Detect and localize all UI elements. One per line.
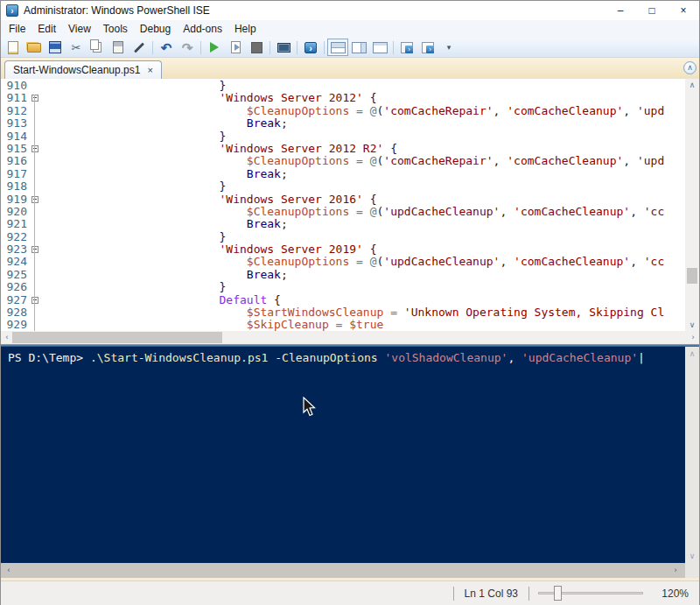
copy-button[interactable] bbox=[87, 39, 108, 56]
overflow-button[interactable] bbox=[438, 39, 459, 56]
console-vertical-scrollbar[interactable]: ∧ ∨ bbox=[685, 347, 699, 563]
new-script-button[interactable] bbox=[3, 39, 24, 56]
menu-item-file[interactable]: File bbox=[3, 20, 32, 38]
script-pane-maximized-button[interactable] bbox=[369, 39, 390, 56]
close-button[interactable]: × bbox=[668, 1, 699, 20]
fold-toggle[interactable] bbox=[30, 193, 41, 206]
code-token: 'comCacheCleanup' bbox=[507, 155, 623, 167]
cut-button[interactable] bbox=[66, 39, 87, 56]
editor-vscroll-thumb[interactable] bbox=[687, 268, 697, 284]
scroll-down-icon[interactable]: ∨ bbox=[686, 319, 698, 331]
code-line[interactable]: 926 } bbox=[1, 281, 685, 293]
clear-console-button[interactable] bbox=[129, 39, 150, 56]
fold-toggle[interactable] bbox=[30, 92, 41, 104]
run-selection-button[interactable] bbox=[225, 39, 246, 56]
redo-button[interactable] bbox=[177, 39, 198, 56]
code-line[interactable]: 914 } bbox=[1, 130, 685, 143]
console-scroll-down-icon[interactable]: ∨ bbox=[686, 550, 698, 562]
menu-item-view[interactable]: View bbox=[62, 20, 97, 38]
code-line[interactable]: 919 'Windows Server 2016' { bbox=[1, 193, 685, 206]
paste-button[interactable] bbox=[108, 39, 129, 56]
run-script-button[interactable] bbox=[204, 39, 225, 56]
code-line[interactable]: 924 $CleanupOptions = @('updCacheCleanup… bbox=[1, 256, 685, 268]
code-line[interactable]: 921 Break; bbox=[1, 218, 685, 230]
code-line[interactable]: 910 } bbox=[1, 80, 685, 92]
text-cursor: | bbox=[638, 351, 645, 364]
code-line[interactable]: 928 $StartWindowsCleanup = 'Unknown Oper… bbox=[1, 306, 685, 319]
code-line[interactable]: 923 'Windows Server 2019' { bbox=[1, 243, 685, 256]
code-token: @ bbox=[370, 155, 377, 167]
code-token bbox=[41, 206, 247, 218]
code-token: } bbox=[41, 281, 226, 293]
editor-vertical-scrollbar[interactable]: ∧ ∨ bbox=[685, 79, 699, 331]
code-line[interactable]: 913 Break; bbox=[1, 117, 685, 130]
zoom-level-label: 120% bbox=[652, 587, 689, 600]
code-line[interactable]: 917 Break; bbox=[1, 168, 685, 180]
scroll-up-icon[interactable]: ∧ bbox=[686, 79, 698, 91]
fold-toggle[interactable] bbox=[30, 143, 41, 155]
line-number: 924 bbox=[1, 256, 30, 268]
menu-item-tools[interactable]: Tools bbox=[97, 20, 134, 38]
script-pane-maximized-icon bbox=[373, 42, 388, 53]
zoom-slider-handle[interactable] bbox=[554, 586, 562, 601]
minimize-button[interactable]: – bbox=[605, 1, 636, 20]
editor-horizontal-scrollbar[interactable]: ‹ › bbox=[1, 331, 699, 344]
code-line[interactable]: 929 $SkipCleanup = $true bbox=[1, 319, 685, 331]
fold-toggle[interactable] bbox=[30, 243, 41, 256]
code-line[interactable]: 927 Default { bbox=[1, 294, 685, 306]
open-script-button[interactable] bbox=[24, 39, 45, 56]
code-token: = bbox=[349, 256, 369, 268]
fold-gutter bbox=[30, 155, 41, 167]
redo-icon bbox=[182, 41, 193, 54]
console-scroll-right-icon[interactable]: › bbox=[669, 564, 682, 576]
line-number: 918 bbox=[1, 180, 30, 193]
code-line[interactable]: 916 $CleanupOptions = @('comCacheRepair'… bbox=[1, 155, 685, 167]
code-line[interactable]: 911 'Windows Server 2012' { bbox=[1, 92, 685, 104]
scroll-right-icon[interactable]: › bbox=[687, 331, 699, 343]
new-powershell-tab-button[interactable] bbox=[396, 39, 417, 56]
start-powershell-button[interactable] bbox=[300, 39, 321, 56]
console-horizontal-scrollbar[interactable]: ‹ › bbox=[1, 563, 699, 578]
menu-item-help[interactable]: Help bbox=[228, 20, 262, 38]
fold-gutter bbox=[30, 256, 41, 268]
code-line[interactable]: 915 'Windows Server 2012 R2' { bbox=[1, 143, 685, 155]
code-token bbox=[41, 294, 220, 306]
console-input-line[interactable]: PS D:\Temp> .\Start-WindowsCleanup.ps1 -… bbox=[1, 347, 699, 364]
undo-button[interactable] bbox=[156, 39, 177, 56]
script-pane-top-button[interactable] bbox=[327, 39, 348, 56]
code-text: } bbox=[41, 231, 685, 243]
expand-script-pane-button[interactable] bbox=[683, 61, 696, 74]
stop-operation-button[interactable] bbox=[246, 39, 267, 56]
fold-toggle[interactable] bbox=[30, 294, 41, 306]
toolbar-separator bbox=[324, 41, 325, 54]
code-token bbox=[41, 243, 220, 256]
tab-close-icon[interactable]: × bbox=[147, 66, 152, 75]
code-line[interactable]: 920 $CleanupOptions = @('updCacheCleanup… bbox=[1, 206, 685, 218]
cut-icon bbox=[72, 41, 81, 54]
script-pane-right-button[interactable] bbox=[348, 39, 369, 56]
new-remote-powershell-tab-button[interactable] bbox=[273, 39, 294, 56]
code-token: { bbox=[363, 92, 377, 104]
menu-item-debug[interactable]: Debug bbox=[134, 20, 177, 38]
code-token: } bbox=[41, 231, 226, 243]
menu-item-edit[interactable]: Edit bbox=[32, 20, 62, 38]
line-number: 928 bbox=[1, 306, 30, 319]
powershell-tab-button[interactable] bbox=[417, 39, 438, 56]
scroll-left-icon[interactable]: ‹ bbox=[1, 331, 13, 343]
script-editor-pane[interactable]: 910 }911 'Windows Server 2012' {912 $Cle… bbox=[1, 79, 699, 344]
zoom-slider[interactable] bbox=[538, 586, 643, 601]
code-line[interactable]: 912 $CleanupOptions = @('comCacheRepair'… bbox=[1, 105, 685, 117]
maximize-button[interactable]: □ bbox=[636, 1, 668, 20]
code-line[interactable]: 918 } bbox=[1, 180, 685, 193]
code-token: , bbox=[494, 155, 508, 167]
editor-hscroll-thumb[interactable] bbox=[12, 332, 222, 343]
tab-start-windowscleanup[interactable]: Start-WindowsCleanup.ps1 × bbox=[4, 60, 162, 79]
save-script-button[interactable] bbox=[45, 39, 66, 56]
console-scroll-left-icon[interactable]: ‹ bbox=[3, 564, 15, 576]
menu-item-add-ons[interactable]: Add-ons bbox=[177, 20, 228, 38]
console-scroll-up-icon[interactable]: ∧ bbox=[686, 348, 698, 360]
fold-gutter bbox=[30, 130, 41, 143]
code-line[interactable]: 925 Break; bbox=[1, 269, 685, 281]
console-pane[interactable]: PS D:\Temp> .\Start-WindowsCleanup.ps1 -… bbox=[1, 347, 699, 563]
code-line[interactable]: 922 } bbox=[1, 231, 685, 243]
